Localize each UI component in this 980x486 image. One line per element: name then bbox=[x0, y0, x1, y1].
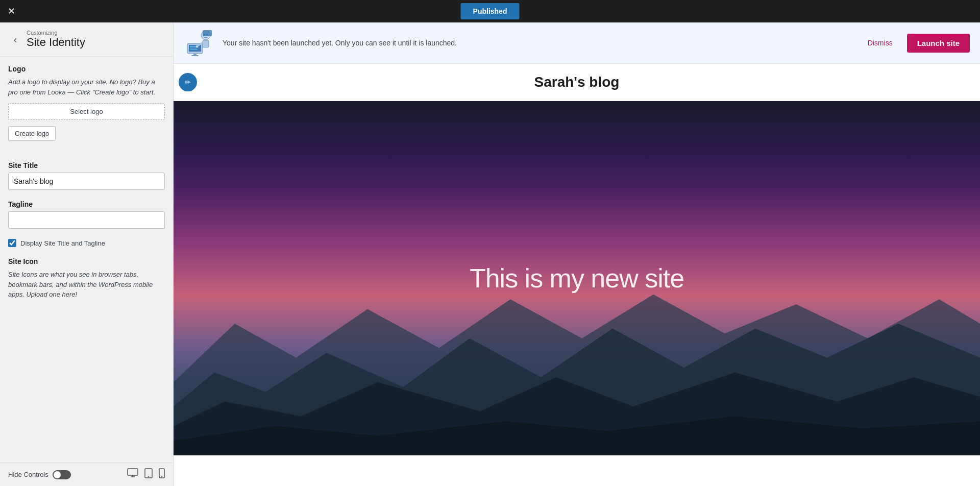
hide-controls-row: Hide Controls bbox=[8, 470, 71, 479]
desktop-icon[interactable] bbox=[127, 468, 138, 481]
site-title-label: Site Title bbox=[8, 161, 165, 169]
notice-bar: Your site hasn't been launched yet. Only… bbox=[174, 22, 980, 64]
top-bar: ✕ Published bbox=[0, 0, 980, 22]
sidebar-header: ‹ Customizing Site Identity bbox=[0, 22, 173, 57]
preview-area: Your site hasn't been launched yet. Only… bbox=[174, 22, 980, 486]
sidebar-titles: Customizing Site Identity bbox=[27, 30, 85, 49]
pencil-icon: ✏ bbox=[185, 78, 191, 86]
back-icon: ‹ bbox=[14, 34, 17, 45]
tagline-label: Tagline bbox=[8, 200, 165, 208]
sidebar-bottom: Hide Controls bbox=[0, 463, 173, 486]
sidebar: ‹ Customizing Site Identity Logo Add a l… bbox=[0, 22, 174, 486]
customizing-label: Customizing bbox=[27, 30, 85, 36]
hide-controls-label: Hide Controls bbox=[8, 471, 48, 478]
site-preview: ✏ Sarah's blog This is my new site bbox=[174, 64, 980, 486]
display-checkbox-label[interactable]: Display Site Title and Tagline bbox=[20, 239, 105, 247]
device-icons bbox=[127, 468, 165, 481]
svg-point-6 bbox=[161, 476, 162, 477]
tagline-input[interactable] bbox=[8, 211, 165, 229]
site-icon-label: Site Icon bbox=[8, 257, 165, 265]
site-icon-description: Site Icons are what you see in browser t… bbox=[8, 270, 165, 300]
dismiss-link[interactable]: Dismiss bbox=[868, 39, 893, 47]
select-logo-button[interactable]: Select logo bbox=[8, 103, 165, 120]
notice-text: Your site hasn't been launched yet. Only… bbox=[223, 39, 860, 47]
svg-rect-17 bbox=[203, 40, 209, 47]
display-checkbox[interactable] bbox=[8, 239, 16, 247]
display-checkbox-row: Display Site Title and Tagline bbox=[8, 239, 165, 247]
svg-point-19 bbox=[196, 45, 199, 48]
create-logo-button[interactable]: Create logo bbox=[8, 126, 56, 141]
site-title-input[interactable] bbox=[8, 173, 165, 190]
main-layout: ‹ Customizing Site Identity Logo Add a l… bbox=[0, 22, 980, 486]
site-title-section: Site Title bbox=[8, 161, 165, 190]
tagline-section: Tagline bbox=[8, 200, 165, 229]
hero-image: This is my new site bbox=[174, 101, 980, 455]
close-icon: ✕ bbox=[8, 6, 15, 17]
sidebar-content: Logo Add a logo to display on your site.… bbox=[0, 57, 173, 463]
hide-controls-toggle[interactable] bbox=[53, 470, 71, 479]
svg-point-4 bbox=[148, 476, 149, 477]
notice-illustration bbox=[184, 28, 214, 58]
logo-label: Logo bbox=[8, 65, 165, 73]
svg-rect-0 bbox=[128, 469, 138, 475]
launch-site-button[interactable]: Launch site bbox=[907, 34, 970, 53]
logo-description: Add a logo to display on your site. No l… bbox=[8, 77, 165, 97]
published-button[interactable]: Published bbox=[461, 3, 520, 19]
mobile-icon[interactable] bbox=[159, 468, 165, 481]
site-blog-title: Sarah's blog bbox=[174, 74, 980, 90]
hero-text: This is my new site bbox=[470, 263, 684, 294]
section-title: Site Identity bbox=[27, 36, 85, 49]
close-button[interactable]: ✕ bbox=[0, 0, 22, 22]
tablet-icon[interactable] bbox=[144, 468, 153, 481]
site-icon-section: Site Icon Site Icons are what you see in… bbox=[8, 257, 165, 300]
edit-pencil-button[interactable]: ✏ bbox=[179, 73, 197, 91]
svg-rect-20 bbox=[203, 30, 212, 36]
back-button[interactable]: ‹ bbox=[8, 32, 22, 46]
site-header: ✏ Sarah's blog bbox=[174, 64, 980, 101]
svg-rect-13 bbox=[191, 55, 199, 56]
logo-section: Logo Add a logo to display on your site.… bbox=[8, 65, 165, 151]
